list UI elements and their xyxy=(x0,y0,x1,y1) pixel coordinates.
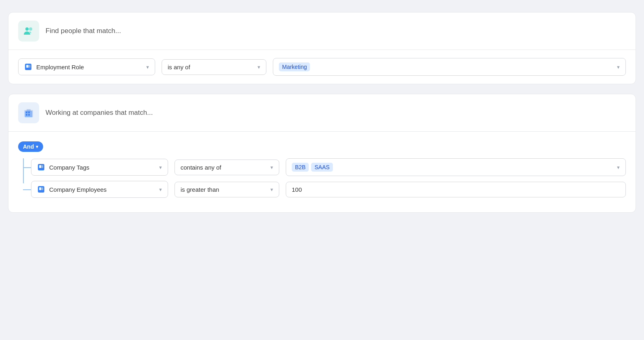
filter-group: Company Tags ▾ contains any of ▾ B2B SAA… xyxy=(18,158,626,198)
employment-role-label: Employment Role xyxy=(36,64,84,70)
company-employees-chevron: ▾ xyxy=(159,187,162,193)
company-employees-operator-dropdown[interactable]: is greater than ▾ xyxy=(175,182,279,197)
employment-value-chevron: ▾ xyxy=(617,64,620,70)
svg-point-0 xyxy=(25,27,29,31)
people-icon-box xyxy=(18,21,39,41)
employment-role-dropdown[interactable]: Employment Role ▾ xyxy=(18,58,155,75)
company-tags-operator-label: contains any of xyxy=(181,164,221,171)
company-tags-operator-chevron: ▾ xyxy=(270,164,273,170)
companies-card-header: Working at companies that match... xyxy=(8,94,636,132)
svg-rect-13 xyxy=(39,165,42,168)
company-tags-field-icon xyxy=(37,163,45,171)
company-employees-dropdown[interactable]: Company Employees ▾ xyxy=(31,181,168,198)
employment-value-dropdown[interactable]: Marketing ▾ xyxy=(273,58,626,76)
employment-role-icon xyxy=(24,63,32,71)
svg-rect-8 xyxy=(28,112,30,113)
svg-rect-3 xyxy=(26,65,29,68)
and-badge[interactable]: And ▾ xyxy=(18,141,43,152)
marketing-tag: Marketing xyxy=(279,62,310,71)
employment-operator-label: is any of xyxy=(168,64,190,70)
employment-operator-chevron: ▾ xyxy=(258,64,260,70)
company-tags-value-dropdown[interactable]: B2B SAAS ▾ xyxy=(286,158,626,176)
people-icon xyxy=(23,25,35,37)
svg-rect-17 xyxy=(42,187,43,190)
svg-rect-10 xyxy=(28,114,30,116)
svg-point-1 xyxy=(29,27,32,31)
company-tags-value-chevron: ▾ xyxy=(617,164,620,170)
company-employees-label: Company Employees xyxy=(49,186,107,193)
companies-header-text: Working at companies that match... xyxy=(46,109,153,117)
company-employees-operator-label: is greater than xyxy=(181,186,219,193)
svg-rect-4 xyxy=(29,65,30,68)
svg-rect-7 xyxy=(26,112,27,113)
employment-role-chevron: ▾ xyxy=(146,64,149,70)
and-badge-label: And xyxy=(23,143,34,150)
svg-rect-9 xyxy=(26,114,27,116)
company-icon xyxy=(23,107,35,119)
company-tags-operator-dropdown[interactable]: contains any of ▾ xyxy=(175,160,279,175)
companies-card-body: And ▾ Company Tags xyxy=(8,132,636,212)
people-card: Find people that match... Employment Rol… xyxy=(8,12,636,84)
people-card-body: Employment Role ▾ is any of ▾ Marketing … xyxy=(8,50,636,84)
company-employees-value-input[interactable] xyxy=(286,182,626,197)
people-filter-row: Employment Role ▾ is any of ▾ Marketing … xyxy=(18,58,626,76)
company-tags-label: Company Tags xyxy=(49,164,89,171)
b2b-tag: B2B xyxy=(292,163,309,172)
employment-operator-dropdown[interactable]: is any of ▾ xyxy=(162,59,266,75)
people-header-text: Find people that match... xyxy=(46,27,121,35)
svg-rect-16 xyxy=(39,187,42,190)
saas-tag: SAAS xyxy=(311,163,332,172)
company-tags-chevron: ▾ xyxy=(159,164,162,170)
companies-card: Working at companies that match... And ▾ xyxy=(8,94,636,213)
svg-rect-11 xyxy=(27,109,31,112)
company-tags-row: Company Tags ▾ contains any of ▾ B2B SAA… xyxy=(31,158,626,176)
company-icon-box xyxy=(18,102,39,123)
company-employees-row: Company Employees ▾ is greater than ▾ xyxy=(31,181,626,198)
company-tags-dropdown[interactable]: Company Tags ▾ xyxy=(31,159,168,176)
company-employees-field-icon xyxy=(37,185,45,193)
svg-rect-14 xyxy=(42,165,43,168)
company-employees-operator-chevron: ▾ xyxy=(270,187,273,193)
people-card-header: Find people that match... xyxy=(8,12,636,50)
and-badge-chevron: ▾ xyxy=(36,144,38,149)
